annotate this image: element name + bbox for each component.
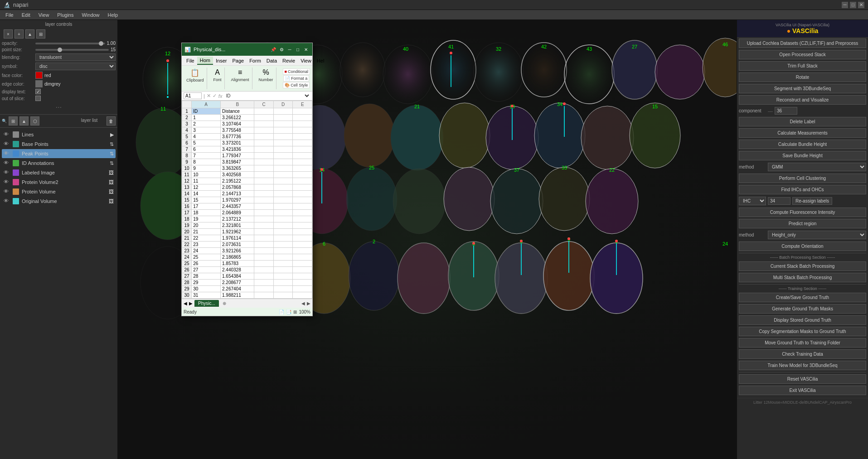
cell-distance[interactable]: 2.443357 (221, 203, 254, 210)
cell-distance[interactable]: 1.85783 (221, 261, 254, 267)
prev-sheet-btn[interactable]: ◀ (184, 301, 187, 306)
formula-confirm[interactable]: ✓ (213, 93, 217, 99)
menu-plugins[interactable]: Plugins (53, 11, 77, 19)
cell-distance[interactable]: 3.775548 (221, 127, 254, 134)
excel-menu-data[interactable]: Data (264, 57, 280, 64)
cell-empty[interactable] (273, 286, 293, 292)
cell-empty[interactable] (254, 267, 274, 273)
cell-distance[interactable]: 3.266122 (221, 115, 254, 121)
rotate-button[interactable]: Rotate (739, 72, 866, 82)
excel-close-btn[interactable]: ✕ (302, 46, 310, 53)
cell-empty[interactable] (293, 292, 312, 299)
cell-empty[interactable] (293, 178, 312, 184)
table-row[interactable]: 15151.970297 (182, 197, 312, 203)
table-row[interactable]: 763.421836 (182, 146, 312, 153)
cell-distance[interactable]: 2.321801 (221, 222, 254, 229)
opacity-slider[interactable] (35, 43, 105, 44)
cell-empty[interactable] (273, 134, 293, 140)
sheet-tab[interactable]: Physic... (194, 300, 219, 307)
cell-distance[interactable]: 3.921266 (221, 248, 254, 254)
cell-distance[interactable]: 2.208677 (221, 280, 254, 286)
cell-empty[interactable] (293, 115, 312, 121)
cell-empty[interactable] (273, 229, 293, 235)
method-dropdown[interactable]: GMM KMeans (768, 163, 866, 171)
cell-id[interactable]: 7 (192, 153, 221, 159)
check-training-button[interactable]: Check Training Data (739, 349, 866, 359)
select-layer-btn[interactable]: ▲ (25, 29, 34, 39)
table-row[interactable]: 29302.267404 (182, 286, 312, 292)
minimize-button[interactable]: ─ (842, 2, 848, 8)
cell-empty[interactable] (254, 115, 274, 121)
reassign-button[interactable]: Re-assign labels (792, 197, 832, 205)
polygon-tool-btn[interactable]: ⬡ (30, 116, 39, 126)
table-row[interactable]: 323.107464 (182, 121, 312, 127)
layer-visibility-original[interactable]: 👁 (4, 198, 10, 204)
cell-distance[interactable]: 2.186865 (221, 254, 254, 261)
layer-sort-peak-points[interactable]: ⇅ (110, 151, 114, 157)
cell-empty[interactable] (254, 121, 274, 127)
more-options[interactable]: ··· (2, 102, 116, 112)
cell-id[interactable]: 11 (192, 178, 221, 184)
excel-menu-home[interactable]: Hom (197, 57, 213, 65)
layer-sort-id[interactable]: ⇅ (110, 160, 114, 166)
table-row[interactable]: 25261.85783 (182, 261, 312, 267)
add-layer-btn[interactable]: + (15, 29, 24, 39)
table-row[interactable]: 20211.921962 (182, 229, 312, 235)
layer-visibility-protein2[interactable]: 👁 (4, 179, 10, 185)
layer-visibility-labeled[interactable]: 👁 (4, 169, 10, 176)
open-processed-button[interactable]: Open Processed Stack (739, 50, 866, 59)
cell-empty[interactable] (273, 280, 293, 286)
upload-button[interactable]: Upload Cochlea Datasets (CZI,LIF,TIF) an… (739, 39, 866, 48)
excel-menu-view[interactable]: View (298, 57, 314, 64)
col-header-e[interactable]: E (293, 101, 312, 108)
cell-empty[interactable] (254, 286, 274, 292)
cell-id[interactable]: 12 (192, 184, 221, 191)
excel-menu-help[interactable]: Hel (314, 57, 327, 64)
segment-button[interactable]: Segment with 3DBundleSeq (739, 84, 866, 93)
cell-id[interactable]: 31 (192, 292, 221, 299)
cell-distance[interactable]: 2.073631 (221, 242, 254, 248)
trim-stack-button[interactable]: Trim Full Stack (739, 61, 866, 71)
exit-vascialia-button[interactable]: Exit VASCilia (739, 386, 866, 395)
excel-menu-insert[interactable]: Inser (213, 57, 229, 64)
cell-id[interactable]: 1 (192, 115, 221, 121)
cell-distance[interactable]: 1.976114 (221, 235, 254, 242)
cell-empty[interactable] (273, 165, 293, 172)
cell-distance[interactable]: 1.779347 (221, 153, 254, 159)
excel-settings-btn[interactable]: ⚙ (278, 46, 285, 53)
cell-distance[interactable]: 1.988211 (221, 292, 254, 299)
col-header-d[interactable]: D (273, 101, 293, 108)
table-row[interactable]: 14142.144713 (182, 191, 312, 197)
calculate-bundle-height-button[interactable]: Calculate Bundle Height (739, 140, 866, 149)
table-row[interactable]: 24252.186865 (182, 254, 312, 261)
scroll-right-btn[interactable]: ▶ (307, 301, 310, 306)
cell-empty[interactable] (273, 159, 293, 165)
cell-empty[interactable] (254, 229, 274, 235)
cell-empty[interactable] (293, 146, 312, 153)
table-row[interactable]: 30311.988211 (182, 292, 312, 299)
train-new-model-button[interactable]: Train New Model for 3DBundleSeq (739, 361, 866, 370)
cell-empty[interactable] (273, 248, 293, 254)
formula-field[interactable]: ID (224, 93, 310, 99)
perform-clustering-button[interactable]: Perform Cell Clustering (739, 174, 866, 183)
cell-distance[interactable]: 3.373201 (221, 140, 254, 146)
cell-empty[interactable] (254, 280, 274, 286)
cell-empty[interactable] (273, 292, 293, 299)
close-button[interactable]: ✕ (858, 2, 864, 8)
cell-empty[interactable] (293, 127, 312, 134)
cell-empty[interactable] (293, 191, 312, 197)
cell-id[interactable]: 21 (192, 229, 221, 235)
cell-empty[interactable] (273, 222, 293, 229)
cell-id[interactable]: 30 (192, 286, 221, 292)
cell-empty[interactable] (254, 235, 274, 242)
table-row[interactable]: 1IDDistance (182, 108, 312, 115)
table-row[interactable]: 13122.057868 (182, 184, 312, 191)
cell-empty[interactable] (273, 146, 293, 153)
table-row[interactable]: 19202.321801 (182, 222, 312, 229)
page-view-btn[interactable]: 📑 (286, 309, 291, 314)
cell-id[interactable]: 15 (192, 197, 221, 203)
table-row[interactable]: 871.779347 (182, 153, 312, 159)
cell-id[interactable]: 8 (192, 159, 221, 165)
cell-ref-input[interactable] (184, 92, 202, 99)
menu-edit[interactable]: Edit (18, 11, 34, 19)
